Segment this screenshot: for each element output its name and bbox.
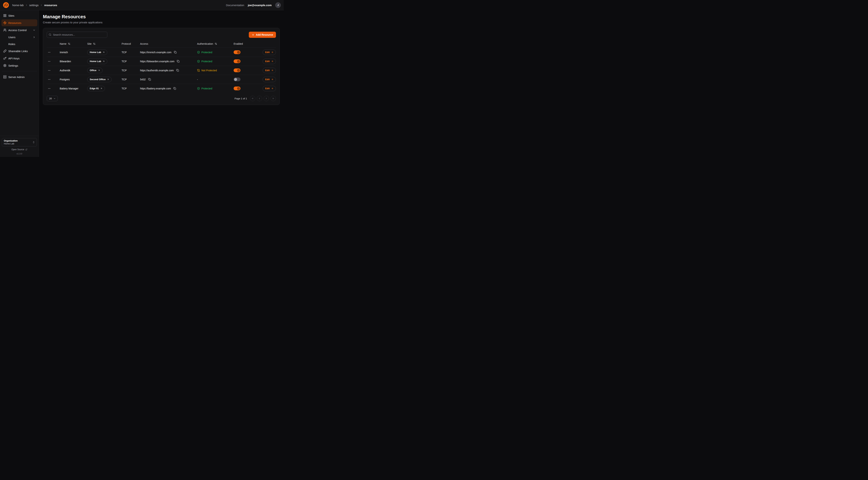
grid-icon xyxy=(3,14,6,17)
edit-button[interactable]: Edit xyxy=(262,50,276,55)
edit-button[interactable]: Edit xyxy=(262,68,276,73)
add-resource-button[interactable]: Add Resource xyxy=(249,32,276,38)
copy-button[interactable] xyxy=(176,59,180,63)
access-value: https://immich.example.com xyxy=(140,51,172,54)
column-header-name[interactable]: Name xyxy=(60,42,87,45)
copy-button[interactable] xyxy=(173,50,177,54)
chevron-right-icon xyxy=(25,4,28,6)
edit-button[interactable]: Edit xyxy=(262,59,276,64)
column-header-site[interactable]: Site xyxy=(87,42,122,45)
sidebar-item-label: Users xyxy=(8,36,16,39)
main-content: Manage Resources Create secure proxies t… xyxy=(39,10,284,157)
org-selector[interactable]: Organization Home Lab xyxy=(2,138,37,146)
site-link[interactable]: Second Office xyxy=(87,77,112,82)
site-link[interactable]: Edge 01 xyxy=(87,86,105,91)
enabled-toggle[interactable] xyxy=(234,68,241,72)
table-footer: 20 Page 1 of 1 xyxy=(47,96,276,101)
sidebar-item-api-keys[interactable]: API Keys xyxy=(1,55,37,62)
edit-button[interactable]: Edit xyxy=(262,77,276,82)
enabled-toggle[interactable] xyxy=(234,78,241,81)
open-source-link[interactable]: Open Source xyxy=(2,148,37,151)
page-size-value: 20 xyxy=(49,97,52,100)
sidebar-item-roles[interactable]: Roles xyxy=(1,41,37,47)
row-menu-button[interactable] xyxy=(47,68,52,73)
row-menu-button[interactable] xyxy=(47,59,52,64)
enabled-toggle[interactable] xyxy=(234,87,241,90)
copy-button[interactable] xyxy=(176,68,180,72)
last-page-button[interactable] xyxy=(271,96,276,101)
auth-status: - xyxy=(197,78,234,81)
sidebar-item-users[interactable]: Users xyxy=(1,34,37,40)
sidebar-item-settings[interactable]: Settings xyxy=(1,62,37,69)
copy-icon xyxy=(174,51,177,54)
app-logo-icon[interactable] xyxy=(3,2,9,8)
sidebar-item-server-admin[interactable]: Server Admin xyxy=(1,73,37,80)
copy-button[interactable] xyxy=(173,87,177,90)
sidebar-item-label: Shareable Links xyxy=(8,50,28,53)
documentation-link[interactable]: Documentation xyxy=(226,4,244,7)
breadcrumb-org[interactable]: home-lab xyxy=(12,4,24,7)
auth-label: Protected xyxy=(202,87,212,90)
protocol: TCP xyxy=(122,87,140,90)
breadcrumb-settings[interactable]: settings xyxy=(29,4,39,7)
auth-label: - xyxy=(197,78,198,81)
site-link[interactable]: Office xyxy=(87,68,102,73)
sidebar-item-label: API Keys xyxy=(8,57,20,60)
org-selector-value: Home Lab xyxy=(4,143,18,145)
waypoints-icon xyxy=(3,21,6,24)
row-menu-button[interactable] xyxy=(47,77,52,82)
column-header-authentication[interactable]: Authentication xyxy=(197,42,234,45)
sidebar-item-resources[interactable]: Resources xyxy=(1,19,37,26)
open-source-label: Open Source xyxy=(11,148,24,151)
arrow-up-right-icon xyxy=(102,51,105,53)
sidebar-item-label: Settings xyxy=(8,64,18,67)
previous-page-button[interactable] xyxy=(257,96,262,101)
resource-name: Postgres xyxy=(60,78,87,81)
app-window: home-lab settings resources Documentatio… xyxy=(0,0,284,157)
shield-check-icon xyxy=(197,87,200,90)
column-label: Protocol xyxy=(122,42,131,45)
enabled-toggle[interactable] xyxy=(234,59,241,63)
auth-label: Not Protected xyxy=(202,69,217,72)
chevrons-right-icon xyxy=(272,97,275,100)
toggle-knob xyxy=(237,69,240,72)
sidebar-item-label: Access Control xyxy=(8,29,27,32)
auth-status: Not Protected xyxy=(197,69,234,72)
table-row: Battery Manager Edge 01 TCP https://batt… xyxy=(47,84,276,93)
edit-button[interactable]: Edit xyxy=(262,86,276,91)
copy-button[interactable] xyxy=(148,78,151,82)
edit-label: Edit xyxy=(265,60,270,63)
site-link[interactable]: Home Lab xyxy=(87,59,107,64)
add-resource-label: Add Resource xyxy=(256,33,273,36)
link-icon xyxy=(3,50,6,53)
access-value: https://bitwarden.example.com xyxy=(140,60,175,63)
enabled-toggle[interactable] xyxy=(234,50,241,54)
arrow-up-right-icon xyxy=(100,87,102,90)
row-menu-button[interactable] xyxy=(47,50,52,55)
row-menu-button[interactable] xyxy=(47,86,52,91)
next-page-button[interactable] xyxy=(264,96,269,101)
ellipsis-icon xyxy=(48,51,51,54)
sidebar-item-shareable-links[interactable]: Shareable Links xyxy=(1,48,37,55)
server-icon xyxy=(3,75,6,79)
avatar[interactable]: J xyxy=(275,2,281,8)
page-size-select[interactable]: 20 xyxy=(47,96,58,101)
protocol: TCP xyxy=(122,51,140,54)
search-input[interactable] xyxy=(47,32,107,38)
page-subtitle: Create secure proxies to your private ap… xyxy=(43,21,280,24)
copy-icon xyxy=(173,87,176,90)
chevron-right-icon xyxy=(40,4,42,6)
sidebar-item-access-control[interactable]: Access Control xyxy=(1,27,37,33)
auth-status: Protected xyxy=(197,60,234,63)
column-label: Authentication xyxy=(197,42,213,45)
arrow-up-right-icon xyxy=(107,79,109,81)
access-value: https://authentik.example.com xyxy=(140,69,174,72)
sidebar-item-sites[interactable]: Sites xyxy=(1,12,37,19)
site-link[interactable]: Home Lab xyxy=(87,50,107,55)
table-row: Postgres Second Office TCP 5432 - Edit xyxy=(47,75,276,84)
edit-label: Edit xyxy=(265,69,270,72)
arrow-right-icon xyxy=(271,87,273,90)
first-page-button[interactable] xyxy=(250,96,255,101)
chevron-down-icon xyxy=(53,97,56,100)
version-label: v1.3.0 xyxy=(2,153,37,155)
